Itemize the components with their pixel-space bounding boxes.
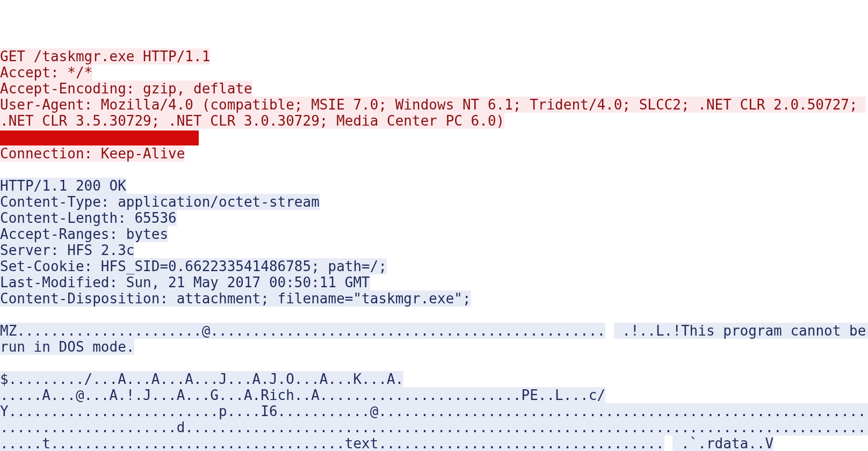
http-response-body-line: run in DOS mode. [0, 339, 868, 355]
text-span: MZ......................@...............… [0, 323, 605, 339]
text-span: .....................d..................… [0, 419, 868, 435]
http-response-body-line: MZ......................@...............… [0, 323, 868, 339]
http-response-line: Server: HFS 2.3c [0, 242, 868, 258]
http-request-line: Accept: */* [0, 64, 868, 81]
text-span: Content-Type: application/octet-stream [0, 194, 320, 210]
http-response-line: Content-Length: 65536 [0, 210, 868, 226]
http-response-line: Content-Type: application/octet-stream [0, 194, 868, 210]
text-span: User-Agent: Mozilla/4.0 (compatible; MSI… [0, 97, 866, 113]
http-response-line: Accept-Ranges: bytes [0, 226, 868, 242]
http-response-body-line: .....................d..................… [0, 419, 868, 435]
text-span: .NET CLR 3.5.30729; .NET CLR 3.0.30729; … [0, 113, 504, 129]
redaction-block [0, 130, 199, 146]
text-span: Accept: */* [0, 64, 92, 81]
blank-line [0, 162, 868, 178]
text-span: .`.rdata..V [672, 435, 773, 452]
http-response-body-line: Y.........................p....I6.......… [0, 403, 868, 419]
http-response-line: Last-Modified: Sun, 21 May 2017 00:50:11… [0, 274, 868, 290]
text-span: Accept-Encoding: gzip, deflate [0, 81, 252, 97]
http-request-line: Connection: Keep-Alive [0, 146, 868, 162]
text-span: Content-Length: 65536 [0, 210, 177, 226]
text-span: Server: HFS 2.3c [0, 242, 134, 258]
redacted-header-line [0, 129, 868, 146]
http-response-line: HTTP/1.1 200 OK [0, 178, 868, 194]
text-span: .!..L.!This program cannot be [614, 323, 868, 339]
unhighlighted-gap [605, 323, 614, 339]
unhighlighted-gap [664, 435, 673, 452]
http-response-body-line: .....t..................................… [0, 435, 868, 452]
http-request-line: Accept-Encoding: gzip, deflate [0, 81, 868, 97]
text-span: Set-Cookie: HFS_SID=0.662233541486785; p… [0, 258, 387, 274]
http-request-line: GET /taskmgr.exe HTTP/1.1 [0, 48, 868, 64]
http-request-line: .NET CLR 3.5.30729; .NET CLR 3.0.30729; … [0, 113, 868, 129]
text-span: Content-Disposition: attachment; filenam… [0, 290, 471, 307]
blank-line [0, 355, 868, 371]
text-span: GET /taskmgr.exe HTTP/1.1 [0, 48, 210, 64]
text-span: Accept-Ranges: bytes [0, 226, 168, 242]
http-stream-view: GET /taskmgr.exe HTTP/1.1Accept: */*Acce… [0, 48, 868, 451]
http-response-line: Content-Disposition: attachment; filenam… [0, 290, 868, 307]
http-request-line: User-Agent: Mozilla/4.0 (compatible; MSI… [0, 97, 868, 113]
text-span: Connection: Keep-Alive [0, 146, 185, 162]
text-span: run in DOS mode. [0, 339, 134, 355]
http-response-body-line: .....A...@...A.!.J...A...G...A.Rich..A..… [0, 387, 868, 403]
text-span: .....t..................................… [0, 435, 664, 452]
text-span: Last-Modified: Sun, 21 May 2017 00:50:11… [0, 274, 370, 290]
http-response-line: Set-Cookie: HFS_SID=0.662233541486785; p… [0, 258, 868, 274]
http-response-body-line: $........./...A...A...A...J...A.J.O...A.… [0, 371, 868, 387]
text-span: $........./...A...A...A...J...A.J.O...A.… [0, 371, 403, 387]
text-span: .....A...@...A.!.J...A...G...A.Rich..A..… [0, 387, 605, 403]
text-span: HTTP/1.1 200 OK [0, 178, 126, 194]
blank-line [0, 307, 868, 323]
text-span: Y.........................p....I6.......… [0, 403, 868, 419]
